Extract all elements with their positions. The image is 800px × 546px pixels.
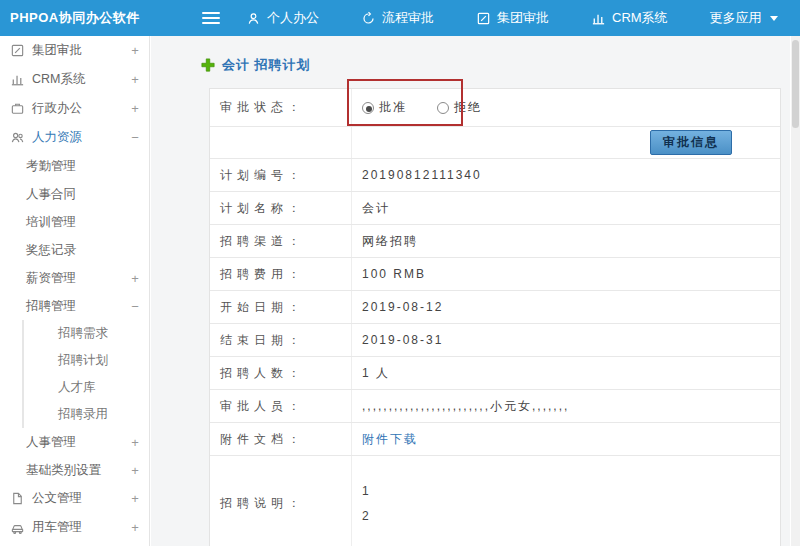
sidebar-item-label: 培训管理 [26,214,141,231]
field-label: 招聘渠道： [210,225,352,257]
edit-icon [10,43,25,58]
nav-label: 流程审批 [382,9,434,27]
menu-icon[interactable] [202,9,220,27]
table-row-plan-name: 计划名称： 会计 [210,192,780,225]
description-line: 1 [362,479,371,504]
expand-icon[interactable]: + [129,463,141,478]
detail-table: 审批状态： 批准 拒绝 审批信息 计划编号： 20190812111340 [209,88,781,546]
collapse-icon[interactable]: − [129,299,141,314]
car-icon [10,520,25,535]
briefcase-icon [10,101,25,116]
field-label: 审批人员： [210,390,352,422]
table-row-recruit-cost: 招聘费用： 100 RMB [210,258,780,291]
main-content: 会计 招聘计划 审批状态： 批准 拒绝 审批信息 [151,36,790,546]
app-logo: PHPOA协同办公软件 [0,9,150,27]
sidebar-item-label: 公文管理 [32,490,129,507]
sidebar-item-label: 招聘需求 [58,325,141,342]
sidebar-item-vehicle-mgmt[interactable]: 用车管理 + [0,513,149,542]
process-icon [361,11,376,26]
nav-more-apps[interactable]: 更多应用 [710,9,778,27]
nav-crm-system[interactable]: CRM系统 [591,9,668,27]
sidebar-item-talent-pool[interactable]: 人才库 [22,374,149,401]
field-value: ,,,,,,,,,,,,,,,,,,,,,,,,小元女,,,,,,, [352,390,780,422]
add-icon [201,58,215,72]
people-icon [10,130,25,145]
sidebar: 集团审批 + CRM系统 + 行政办公 + 人力资源 − 考勤管理 人事合同 培… [0,36,150,546]
nav-personal-office[interactable]: 个人办公 [246,9,319,27]
field-value: 1 人 [352,357,780,389]
top-navigation: 个人办公 流程审批 集团审批 CRM系统 更多应用 [246,9,778,27]
approve-info-button[interactable]: 审批信息 [650,130,732,155]
expand-icon[interactable]: + [129,101,141,116]
sidebar-item-label: 招聘录用 [58,406,141,423]
scrollbar-thumb[interactable] [792,40,799,128]
collapse-icon[interactable]: − [129,130,141,145]
sidebar-item-admin-office[interactable]: 行政办公 + [0,94,149,123]
nav-process-approval[interactable]: 流程审批 [361,9,434,27]
radio-approve[interactable]: 批准 [362,99,407,116]
sidebar-item-salary[interactable]: 薪资管理 + [0,264,149,292]
sidebar-item-base-category[interactable]: 基础类别设置 + [0,456,149,484]
radio-reject[interactable]: 拒绝 [437,99,482,116]
edit-icon [476,11,491,26]
attachment-download-link[interactable]: 附件下载 [362,431,418,448]
nav-group-approval[interactable]: 集团审批 [476,9,549,27]
expand-icon[interactable]: + [129,435,141,450]
expand-icon[interactable]: + [129,491,141,506]
nav-label: 个人办公 [267,9,319,27]
field-label: 计划编号： [210,159,352,191]
vertical-scrollbar[interactable] [791,36,800,546]
nav-label: 更多应用 [710,9,762,27]
approval-radios: 批准 拒绝 [352,89,780,126]
sidebar-item-hr[interactable]: 人力资源 − [0,123,149,152]
sidebar-item-label: 奖惩记录 [26,242,141,259]
field-value: 20190812111340 [352,159,780,191]
table-row-recruit-channel: 招聘渠道： 网络招聘 [210,225,780,258]
sidebar-item-recruit-plan[interactable]: 招聘计划 [22,347,149,374]
sidebar-item-recruit-need[interactable]: 招聘需求 [22,320,149,347]
sidebar-item-recruit-hire[interactable]: 招聘录用 [22,401,149,428]
field-value: 网络招聘 [352,225,780,257]
sidebar-item-label: 薪资管理 [26,270,129,287]
sidebar-item-group-approval[interactable]: 集团审批 + [0,36,149,65]
sidebar-item-recruit-mgmt[interactable]: 招聘管理 − [0,292,149,320]
sidebar-item-label: 基础类别设置 [26,462,129,479]
field-value: 2019-08-12 [352,291,780,323]
radio-icon[interactable] [362,102,374,114]
sidebar-item-label: 考勤管理 [26,158,141,175]
sidebar-item-document-mgmt[interactable]: 公文管理 + [0,484,149,513]
field-label [210,127,352,158]
sidebar-item-training[interactable]: 培训管理 [0,208,149,236]
sidebar-item-rewards[interactable]: 奖惩记录 [0,236,149,264]
chart-icon [591,11,606,26]
sidebar-item-crm[interactable]: CRM系统 + [0,65,149,94]
sidebar-item-hr-contract[interactable]: 人事合同 [0,180,149,208]
field-label: 审批状态： [210,89,352,126]
field-label: 开始日期： [210,291,352,323]
field-value: 会计 [352,192,780,224]
expand-icon[interactable]: + [129,520,141,535]
sidebar-item-label: 人力资源 [32,129,129,146]
sidebar-item-label: 招聘计划 [58,352,141,369]
radio-label: 拒绝 [454,99,482,116]
expand-icon[interactable]: + [129,72,141,87]
expand-icon[interactable]: + [129,271,141,286]
field-label: 附件文档： [210,423,352,455]
sidebar-item-personnel-mgmt[interactable]: 人事管理 + [0,428,149,456]
field-label: 招聘人数： [210,357,352,389]
table-row-attachment: 附件文档： 附件下载 [210,423,780,456]
table-row-description: 招聘说明： 1 2 [210,456,780,546]
radio-label: 批准 [379,99,407,116]
topbar: PHPOA协同办公软件 个人办公 流程审批 集团审批 CRM系统 更多应用 [0,0,800,36]
table-row-plan-number: 计划编号： 20190812111340 [210,159,780,192]
expand-icon[interactable]: + [129,43,141,58]
sidebar-item-label: 人事合同 [26,186,141,203]
description-line: 2 [362,504,371,529]
nav-label: 集团审批 [497,9,549,27]
radio-icon[interactable] [437,102,449,114]
sidebar-item-label: 人才库 [58,379,141,396]
caret-down-icon [770,16,778,21]
sidebar-item-attendance[interactable]: 考勤管理 [0,152,149,180]
field-value: 100 RMB [352,258,780,290]
sidebar-item-label: 集团审批 [32,42,129,59]
